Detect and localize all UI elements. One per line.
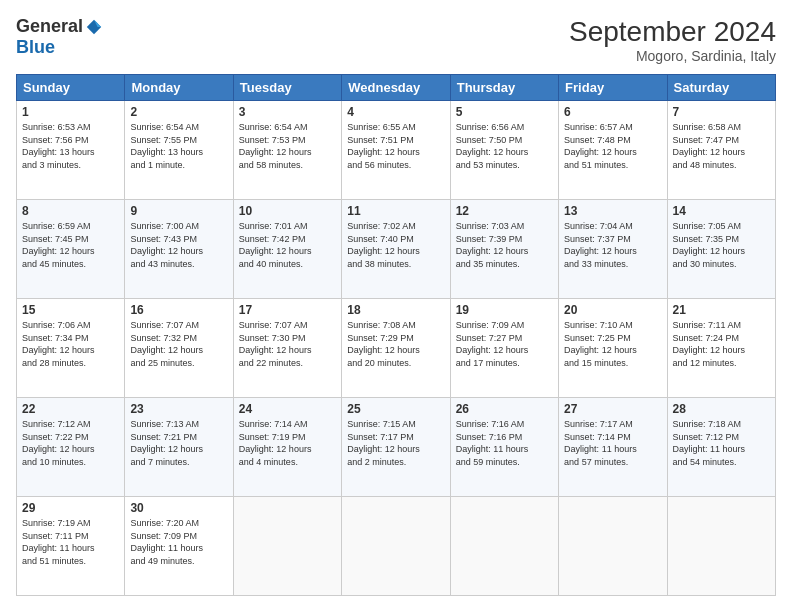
- day-number: 9: [130, 204, 227, 218]
- day-info: Sunrise: 7:20 AMSunset: 7:09 PMDaylight:…: [130, 518, 203, 566]
- day-info: Sunrise: 6:58 AMSunset: 7:47 PMDaylight:…: [673, 122, 746, 170]
- calendar-cell: 20Sunrise: 7:10 AMSunset: 7:25 PMDayligh…: [559, 299, 667, 398]
- day-info: Sunrise: 6:54 AMSunset: 7:55 PMDaylight:…: [130, 122, 203, 170]
- calendar-cell: 22Sunrise: 7:12 AMSunset: 7:22 PMDayligh…: [17, 398, 125, 497]
- day-info: Sunrise: 7:19 AMSunset: 7:11 PMDaylight:…: [22, 518, 95, 566]
- calendar-cell: 1Sunrise: 6:53 AMSunset: 7:56 PMDaylight…: [17, 101, 125, 200]
- day-number: 3: [239, 105, 336, 119]
- day-number: 25: [347, 402, 444, 416]
- day-number: 23: [130, 402, 227, 416]
- day-number: 19: [456, 303, 553, 317]
- day-info: Sunrise: 7:09 AMSunset: 7:27 PMDaylight:…: [456, 320, 529, 368]
- day-number: 6: [564, 105, 661, 119]
- day-info: Sunrise: 7:18 AMSunset: 7:12 PMDaylight:…: [673, 419, 746, 467]
- day-info: Sunrise: 7:11 AMSunset: 7:24 PMDaylight:…: [673, 320, 746, 368]
- location: Mogoro, Sardinia, Italy: [569, 48, 776, 64]
- day-number: 22: [22, 402, 119, 416]
- calendar-cell: 6Sunrise: 6:57 AMSunset: 7:48 PMDaylight…: [559, 101, 667, 200]
- calendar-cell: 21Sunrise: 7:11 AMSunset: 7:24 PMDayligh…: [667, 299, 775, 398]
- day-info: Sunrise: 7:13 AMSunset: 7:21 PMDaylight:…: [130, 419, 203, 467]
- calendar-cell: [233, 497, 341, 596]
- day-info: Sunrise: 7:02 AMSunset: 7:40 PMDaylight:…: [347, 221, 420, 269]
- calendar-cell: 26Sunrise: 7:16 AMSunset: 7:16 PMDayligh…: [450, 398, 558, 497]
- calendar-table: Sunday Monday Tuesday Wednesday Thursday…: [16, 74, 776, 596]
- day-info: Sunrise: 6:53 AMSunset: 7:56 PMDaylight:…: [22, 122, 95, 170]
- calendar-cell: 27Sunrise: 7:17 AMSunset: 7:14 PMDayligh…: [559, 398, 667, 497]
- day-info: Sunrise: 6:59 AMSunset: 7:45 PMDaylight:…: [22, 221, 95, 269]
- calendar-cell: 29Sunrise: 7:19 AMSunset: 7:11 PMDayligh…: [17, 497, 125, 596]
- day-number: 18: [347, 303, 444, 317]
- calendar-cell: 3Sunrise: 6:54 AMSunset: 7:53 PMDaylight…: [233, 101, 341, 200]
- header-sunday: Sunday: [17, 75, 125, 101]
- calendar-page: General Blue September 2024 Mogoro, Sard…: [0, 0, 792, 612]
- header-tuesday: Tuesday: [233, 75, 341, 101]
- day-info: Sunrise: 6:54 AMSunset: 7:53 PMDaylight:…: [239, 122, 312, 170]
- calendar-cell: 9Sunrise: 7:00 AMSunset: 7:43 PMDaylight…: [125, 200, 233, 299]
- day-info: Sunrise: 7:03 AMSunset: 7:39 PMDaylight:…: [456, 221, 529, 269]
- calendar-cell: 19Sunrise: 7:09 AMSunset: 7:27 PMDayligh…: [450, 299, 558, 398]
- day-info: Sunrise: 7:07 AMSunset: 7:30 PMDaylight:…: [239, 320, 312, 368]
- day-info: Sunrise: 7:00 AMSunset: 7:43 PMDaylight:…: [130, 221, 203, 269]
- header-monday: Monday: [125, 75, 233, 101]
- calendar-cell: 17Sunrise: 7:07 AMSunset: 7:30 PMDayligh…: [233, 299, 341, 398]
- logo-icon: [85, 18, 103, 36]
- day-number: 5: [456, 105, 553, 119]
- day-number: 8: [22, 204, 119, 218]
- calendar-cell: 4Sunrise: 6:55 AMSunset: 7:51 PMDaylight…: [342, 101, 450, 200]
- day-number: 17: [239, 303, 336, 317]
- logo-general-text: General: [16, 16, 83, 37]
- calendar-cell: 25Sunrise: 7:15 AMSunset: 7:17 PMDayligh…: [342, 398, 450, 497]
- day-number: 26: [456, 402, 553, 416]
- day-number: 28: [673, 402, 770, 416]
- header-thursday: Thursday: [450, 75, 558, 101]
- day-info: Sunrise: 7:07 AMSunset: 7:32 PMDaylight:…: [130, 320, 203, 368]
- day-number: 20: [564, 303, 661, 317]
- logo-blue-text: Blue: [16, 37, 55, 58]
- calendar-cell: 10Sunrise: 7:01 AMSunset: 7:42 PMDayligh…: [233, 200, 341, 299]
- day-number: 21: [673, 303, 770, 317]
- day-number: 12: [456, 204, 553, 218]
- day-info: Sunrise: 7:12 AMSunset: 7:22 PMDaylight:…: [22, 419, 95, 467]
- day-number: 16: [130, 303, 227, 317]
- calendar-cell: 30Sunrise: 7:20 AMSunset: 7:09 PMDayligh…: [125, 497, 233, 596]
- calendar-header-row: Sunday Monday Tuesday Wednesday Thursday…: [17, 75, 776, 101]
- day-number: 29: [22, 501, 119, 515]
- week-row-2: 8Sunrise: 6:59 AMSunset: 7:45 PMDaylight…: [17, 200, 776, 299]
- day-info: Sunrise: 7:10 AMSunset: 7:25 PMDaylight:…: [564, 320, 637, 368]
- day-info: Sunrise: 6:56 AMSunset: 7:50 PMDaylight:…: [456, 122, 529, 170]
- day-number: 14: [673, 204, 770, 218]
- day-info: Sunrise: 7:08 AMSunset: 7:29 PMDaylight:…: [347, 320, 420, 368]
- calendar-cell: 14Sunrise: 7:05 AMSunset: 7:35 PMDayligh…: [667, 200, 775, 299]
- day-number: 13: [564, 204, 661, 218]
- day-info: Sunrise: 6:57 AMSunset: 7:48 PMDaylight:…: [564, 122, 637, 170]
- calendar-cell: 5Sunrise: 6:56 AMSunset: 7:50 PMDaylight…: [450, 101, 558, 200]
- header-wednesday: Wednesday: [342, 75, 450, 101]
- month-title: September 2024: [569, 16, 776, 48]
- calendar-cell: 11Sunrise: 7:02 AMSunset: 7:40 PMDayligh…: [342, 200, 450, 299]
- calendar-cell: 13Sunrise: 7:04 AMSunset: 7:37 PMDayligh…: [559, 200, 667, 299]
- day-number: 11: [347, 204, 444, 218]
- logo: General Blue: [16, 16, 103, 58]
- week-row-5: 29Sunrise: 7:19 AMSunset: 7:11 PMDayligh…: [17, 497, 776, 596]
- calendar-cell: 15Sunrise: 7:06 AMSunset: 7:34 PMDayligh…: [17, 299, 125, 398]
- day-info: Sunrise: 7:16 AMSunset: 7:16 PMDaylight:…: [456, 419, 529, 467]
- calendar-cell: 12Sunrise: 7:03 AMSunset: 7:39 PMDayligh…: [450, 200, 558, 299]
- day-number: 7: [673, 105, 770, 119]
- calendar-cell: [342, 497, 450, 596]
- day-number: 1: [22, 105, 119, 119]
- header: General Blue September 2024 Mogoro, Sard…: [16, 16, 776, 64]
- day-info: Sunrise: 7:06 AMSunset: 7:34 PMDaylight:…: [22, 320, 95, 368]
- calendar-cell: 18Sunrise: 7:08 AMSunset: 7:29 PMDayligh…: [342, 299, 450, 398]
- day-info: Sunrise: 7:14 AMSunset: 7:19 PMDaylight:…: [239, 419, 312, 467]
- day-info: Sunrise: 7:04 AMSunset: 7:37 PMDaylight:…: [564, 221, 637, 269]
- calendar-cell: 23Sunrise: 7:13 AMSunset: 7:21 PMDayligh…: [125, 398, 233, 497]
- day-number: 30: [130, 501, 227, 515]
- week-row-1: 1Sunrise: 6:53 AMSunset: 7:56 PMDaylight…: [17, 101, 776, 200]
- day-info: Sunrise: 7:15 AMSunset: 7:17 PMDaylight:…: [347, 419, 420, 467]
- day-number: 24: [239, 402, 336, 416]
- calendar-cell: [450, 497, 558, 596]
- header-friday: Friday: [559, 75, 667, 101]
- day-info: Sunrise: 7:05 AMSunset: 7:35 PMDaylight:…: [673, 221, 746, 269]
- day-number: 15: [22, 303, 119, 317]
- day-info: Sunrise: 7:17 AMSunset: 7:14 PMDaylight:…: [564, 419, 637, 467]
